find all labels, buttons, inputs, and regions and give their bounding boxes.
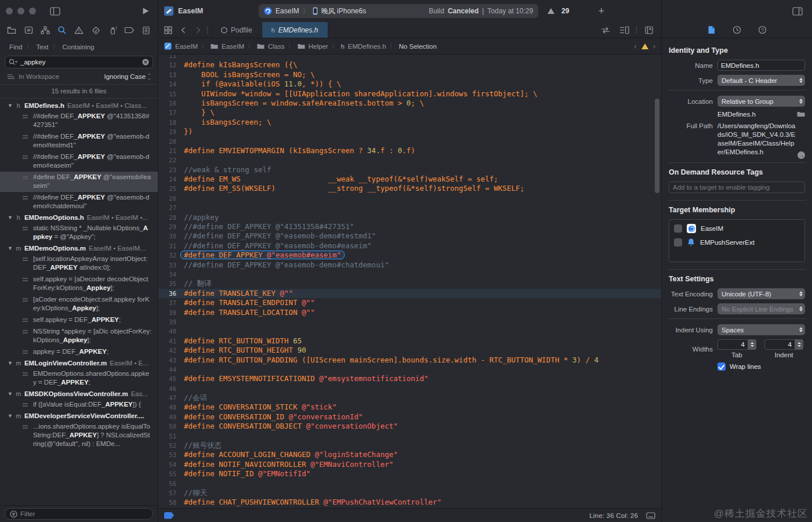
code-line[interactable]: 37#define TRANSLATE_ENDPOINT @""	[158, 298, 661, 307]
issue-navigator-icon[interactable]	[72, 24, 85, 37]
code-line[interactable]: 40	[158, 327, 661, 336]
jumpbar-item[interactable]: EMDefines.h	[348, 43, 386, 50]
toggle-inspector-icon[interactable]	[791, 5, 804, 17]
toggle-navigator-icon[interactable]	[49, 5, 61, 17]
odr-tags-input[interactable]	[669, 182, 805, 193]
code-line[interactable]: 54#define NOTIF_NAVICONTROLLER @"EMNaviC…	[158, 460, 661, 469]
code-line[interactable]: 39	[158, 317, 661, 327]
clear-search-icon[interactable]	[142, 59, 149, 66]
code-line[interactable]: 11	[158, 55, 661, 60]
tab-podfile[interactable]: Podfile	[211, 22, 262, 38]
location-dropdown[interactable]: Relative to Group	[717, 96, 805, 107]
close-window-button[interactable]	[6, 8, 13, 14]
source-control-navigator-icon[interactable]	[22, 24, 35, 37]
code-line[interactable]: 26	[158, 194, 661, 203]
jumpbar-item[interactable]: Helper	[309, 43, 328, 50]
code-line[interactable]: 25#define EM_SS(WKSELF) __strong __typeo…	[158, 184, 661, 193]
code-line[interactable]: 18 isBangsScreen; \	[158, 118, 661, 127]
file-inspector-icon[interactable]	[705, 24, 718, 37]
name-field[interactable]	[717, 60, 805, 71]
find-options-breadcrumb[interactable]: Find 〉 Text 〉 Containing	[0, 38, 158, 55]
editor-options-icon[interactable]	[618, 24, 630, 37]
code-line[interactable]: 34	[158, 270, 661, 279]
search-result-item[interactable]: static NSString * _Nullable kOptions_App…	[0, 223, 158, 243]
case-sensitivity-selector[interactable]: Ignoring Case ⌃⌃	[104, 73, 151, 80]
code-line[interactable]: 32#define DEF_APPKEY @"easemob#easeim"	[158, 251, 661, 260]
code-line[interactable]: 24#define EM_WS __weak __typeof(&*self)w…	[158, 175, 661, 184]
search-result-item[interactable]: [self.locationAppkeyArray insertObject:D…	[0, 253, 158, 274]
target-row-easeim[interactable]: EaseIM	[674, 224, 800, 233]
breakpoint-navigator-icon[interactable]	[123, 24, 136, 37]
jumpbar-selection[interactable]: No Selection	[399, 43, 437, 50]
crumb-text[interactable]: Text	[36, 44, 48, 50]
breakpoint-flag-icon[interactable]	[164, 512, 174, 519]
result-group-header[interactable]: ▼mEMSDKOptionsViewController.mEas...	[0, 389, 158, 399]
search-result-item[interactable]: NSString *appkey = [aDic objectForKey:kO…	[0, 326, 158, 346]
code-line[interactable]: 20	[158, 137, 661, 146]
search-field[interactable]	[5, 56, 153, 68]
search-result-item[interactable]: if ([aValue isEqual:DEF_APPKEY]) {	[0, 399, 158, 411]
code-line[interactable]: 29//#define DEF_APPKEY @"41351358#427351…	[158, 222, 661, 231]
search-result-item[interactable]: [aCoder encodeObject:self.appkey forKey:…	[0, 294, 158, 314]
filter-input[interactable]	[20, 510, 148, 517]
disclosure-triangle-icon[interactable]: ▼	[8, 103, 13, 108]
target-checkbox[interactable]	[674, 238, 682, 246]
disclosure-triangle-icon[interactable]: ▼	[8, 391, 13, 397]
jumpbar-item[interactable]: Class	[268, 43, 285, 50]
warning-count[interactable]: 29	[561, 7, 569, 15]
editor-scrollbar[interactable]	[655, 99, 659, 193]
code-line[interactable]: 27	[158, 203, 661, 212]
crumb-containing[interactable]: Containing	[62, 44, 94, 50]
target-checkbox[interactable]	[674, 224, 682, 233]
search-result-item[interactable]: self.appkey = DEF_APPKEY;	[0, 314, 158, 326]
result-group-header[interactable]: ▼mEMLoginViewController.mEaseIM • E...	[0, 358, 158, 368]
code-area[interactable]: 1112#define kIsBangsScreen ({\13 BOOL is…	[158, 55, 661, 508]
code-line[interactable]: 55#define NOTIF_ID @"EMNotifId"	[158, 469, 661, 478]
search-result-item[interactable]: //#define DEF_APPKEY @"easemob-demo#chat…	[0, 192, 158, 212]
code-line[interactable]: 53#define ACCOUNT_LOGIN_CHANGED @"loginS…	[158, 450, 661, 459]
code-line[interactable]: 19})	[158, 127, 661, 136]
run-button[interactable]	[139, 5, 152, 17]
warning-triangle-icon[interactable]	[548, 8, 554, 14]
result-group-header[interactable]: ▼hEMDefines.hEaseIM • EaseIM • Class...	[0, 100, 158, 111]
code-line[interactable]: 44	[158, 365, 661, 374]
code-line[interactable]: 16 isBangsScreen = window.safeAreaInsets…	[158, 99, 661, 108]
search-result-item[interactable]: //#define DEF_APPKEY @"easemob-demo#ease…	[0, 151, 158, 172]
report-navigator-icon[interactable]	[140, 24, 153, 37]
warning-issue-icon[interactable]	[641, 44, 648, 49]
code-line[interactable]: 49#define CONVERSATION_ID @"conversation…	[158, 412, 661, 422]
zoom-window-button[interactable]	[29, 8, 36, 14]
code-line[interactable]: 50#define CONVERSATION_OBJECT @"conversa…	[158, 422, 661, 431]
code-line[interactable]: 58#define CHAT_PUSHVIEWCONTROLLER @"EMPu…	[158, 498, 661, 507]
jumpbar-item[interactable]: EaseIM	[222, 43, 244, 50]
wrap-lines-checkbox[interactable]	[717, 362, 726, 371]
code-line[interactable]: 17 } \	[158, 108, 661, 117]
code-line[interactable]: 46	[158, 384, 661, 393]
jumpbar-item[interactable]: EaseIM	[175, 43, 198, 50]
search-result-item[interactable]: self.appkey = [aDecoder decodeObjectForK…	[0, 274, 158, 294]
disclosure-triangle-icon[interactable]: ▼	[8, 245, 13, 251]
find-navigator-icon[interactable]	[56, 24, 68, 37]
add-tab-button[interactable]: +	[598, 5, 604, 17]
search-result-item[interactable]: ...ions.sharedOptions.appkey isEqualToSt…	[0, 421, 158, 450]
result-group-header[interactable]: ▼mEMDemoOptions.mEaseIM • EaseIM...	[0, 243, 158, 253]
related-items-icon[interactable]	[162, 24, 175, 37]
code-line[interactable]: 14 if (@available(iOS 11.0, *)) { \	[158, 79, 661, 89]
indent-width-stepper[interactable]	[795, 339, 803, 350]
text-encoding-dropdown[interactable]: Unicode (UTF-8)	[717, 288, 805, 299]
code-line[interactable]: 36#define TRANSLATE_KEY @""	[158, 289, 661, 298]
test-navigator-icon[interactable]	[89, 24, 102, 37]
line-endings-dropdown[interactable]: No Explicit Line Endings	[717, 303, 805, 314]
go-forward-icon[interactable]	[192, 24, 205, 37]
line-col-indicator[interactable]: Line: 36 Col: 26	[589, 512, 638, 519]
project-proxy-icon[interactable]	[164, 6, 173, 16]
code-line[interactable]: 21#define EMVIEWTOPMARGIN (kIsBangsScree…	[158, 146, 661, 155]
scope-label[interactable]: In Workspace	[19, 73, 59, 80]
code-line[interactable]: 30//#define DEF_APPKEY @"easemob-demo#te…	[158, 231, 661, 241]
reveal-folder-icon[interactable]	[797, 111, 805, 117]
search-result-item[interactable]: //#define DEF_APPKEY @"41351358#427351"	[0, 111, 158, 131]
code-line[interactable]: 33//#define DEF_APPKEY @"easemob-demo#ch…	[158, 260, 661, 270]
code-line[interactable]: 31//#define DEF_APPKEY @"easemob-demo#ea…	[158, 241, 661, 251]
search-result-item[interactable]: EMDemoOptions.sharedOptions.appkey = DEF…	[0, 368, 158, 389]
crumb-find[interactable]: Find	[9, 44, 22, 50]
